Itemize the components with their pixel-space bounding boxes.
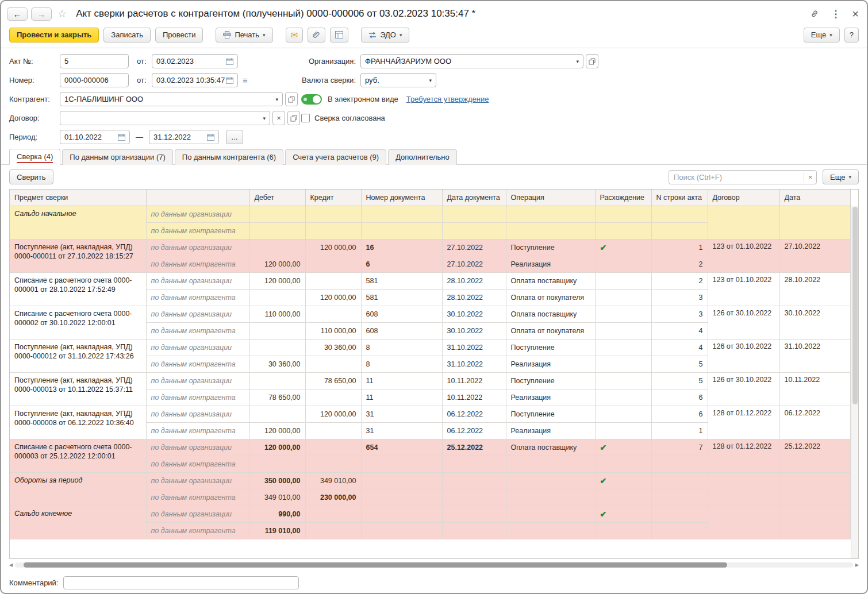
contract-cell[interactable] <box>708 206 779 239</box>
debit-cell[interactable] <box>249 222 305 239</box>
column-header-discrepancy[interactable]: Расхождение <box>595 190 651 206</box>
doc-no-cell[interactable] <box>361 472 442 489</box>
operation-cell[interactable]: Оплата поставщику <box>506 306 595 322</box>
check-cell[interactable] <box>595 389 651 406</box>
forward-button[interactable]: → <box>31 7 52 21</box>
contract-cell[interactable] <box>708 472 779 506</box>
subject-cell[interactable]: Обороты за период <box>10 472 146 506</box>
calendar-icon[interactable] <box>118 134 125 141</box>
debit-cell[interactable]: 120 000,00 <box>249 272 305 289</box>
debit-cell[interactable] <box>249 372 305 389</box>
credit-cell[interactable] <box>305 439 361 456</box>
line-no-cell[interactable]: 4 <box>651 339 708 356</box>
post-and-close-button[interactable]: Провести и закрыть <box>9 28 99 43</box>
line-no-cell[interactable]: 2 <box>651 256 708 272</box>
subject-cell[interactable]: Списание с расчетного счета 0000-000002 … <box>10 306 146 339</box>
operation-cell[interactable]: Реализация <box>506 389 595 406</box>
operation-cell[interactable] <box>506 472 595 489</box>
check-cell[interactable]: ✔ <box>595 439 651 456</box>
doc-no-cell[interactable]: 16 <box>361 239 442 256</box>
tab-org-data[interactable]: По данным организации (7) <box>62 149 173 165</box>
back-button[interactable]: ← <box>7 7 28 21</box>
contract-cell[interactable]: 123 от 01.10.2022 <box>708 272 779 306</box>
check-cell[interactable] <box>595 222 651 239</box>
subject-cell[interactable]: Поступление (акт, накладная, УПД) 0000-0… <box>10 339 146 372</box>
operation-cell[interactable]: Поступление <box>506 406 595 422</box>
contract-field[interactable]: ▾ <box>60 111 270 125</box>
doc-no-cell[interactable]: 31 <box>361 422 442 439</box>
operation-cell[interactable]: Оплата поставщику <box>506 439 595 456</box>
data-source-cell[interactable]: по данным организации <box>146 239 249 256</box>
data-source-cell[interactable]: по данным контрагента <box>146 456 249 472</box>
operation-cell[interactable]: Реализация <box>506 256 595 272</box>
search-clear-icon[interactable]: × <box>804 173 816 182</box>
column-header-contract[interactable]: Договор <box>708 190 779 206</box>
date-cell[interactable] <box>779 506 851 539</box>
doc-date-cell[interactable]: 31.10.2022 <box>442 356 506 372</box>
search-input[interactable] <box>669 173 804 182</box>
currency-field[interactable]: руб. ▾ <box>360 73 436 87</box>
number-field[interactable]: 0000-000006 <box>60 73 129 87</box>
check-cell[interactable] <box>595 522 651 539</box>
credit-cell[interactable]: 30 360,00 <box>305 339 361 356</box>
number-date-field[interactable]: 03.02.2023 10:35:47 <box>152 73 238 87</box>
check-cell[interactable] <box>595 272 651 289</box>
doc-no-cell[interactable]: 8 <box>361 356 442 372</box>
operation-cell[interactable]: Поступление <box>506 339 595 356</box>
debit-cell[interactable]: 350 000,00 <box>249 472 305 489</box>
date-cell[interactable]: 27.10.2022 <box>779 239 851 272</box>
doc-no-cell[interactable]: 581 <box>361 289 442 306</box>
contract-cell[interactable]: 126 от 30.10.2022 <box>708 306 779 339</box>
line-no-cell[interactable] <box>651 506 708 522</box>
operation-cell[interactable] <box>506 489 595 506</box>
subject-cell[interactable]: Поступление (акт, накладная, УПД) 0000-0… <box>10 239 146 272</box>
close-icon[interactable]: × <box>852 7 859 21</box>
date-cell[interactable] <box>779 206 851 239</box>
chevron-down-icon[interactable]: ▾ <box>275 97 278 102</box>
check-cell[interactable] <box>595 256 651 272</box>
debit-cell[interactable]: 30 360,00 <box>249 356 305 372</box>
line-no-cell[interactable]: 5 <box>651 356 708 372</box>
credit-cell[interactable]: 230 000,00 <box>305 489 361 506</box>
doc-no-cell[interactable]: 6 <box>361 256 442 272</box>
check-cell[interactable] <box>595 206 651 222</box>
data-source-cell[interactable]: по данным организации <box>146 439 249 456</box>
operation-cell[interactable]: Оплата от покупателя <box>506 322 595 339</box>
line-no-cell[interactable]: 5 <box>651 372 708 389</box>
debit-cell[interactable] <box>249 239 305 256</box>
check-cell[interactable] <box>595 356 651 372</box>
debit-cell[interactable]: 119 010,00 <box>249 522 305 539</box>
credit-cell[interactable] <box>305 306 361 322</box>
operation-cell[interactable]: Поступление <box>506 372 595 389</box>
debit-cell[interactable]: 120 000,00 <box>249 422 305 439</box>
debit-cell[interactable] <box>249 206 305 222</box>
debit-cell[interactable]: 990,00 <box>249 506 305 522</box>
calendar-icon[interactable] <box>207 134 214 141</box>
contract-cell[interactable]: 126 от 30.10.2022 <box>708 372 779 406</box>
operation-cell[interactable]: Оплата от покупателя <box>506 289 595 306</box>
check-cell[interactable] <box>595 372 651 389</box>
credit-cell[interactable]: 120 000,00 <box>305 406 361 422</box>
data-source-cell[interactable]: по данным организации <box>146 306 249 322</box>
contract-cell[interactable]: 123 от 01.10.2022 <box>708 239 779 272</box>
check-cell[interactable] <box>595 322 651 339</box>
counterparty-field[interactable]: 1С-ПАБЛИШИНГ ООО ▾ <box>60 92 283 106</box>
act-date-field[interactable]: 03.02.2023 <box>152 54 238 68</box>
check-cell[interactable]: ✔ <box>595 239 651 256</box>
counterparty-open-button[interactable] <box>285 92 298 106</box>
send-email-button[interactable]: ✉ <box>286 28 304 43</box>
line-no-cell[interactable] <box>651 222 708 239</box>
check-cell[interactable] <box>595 489 651 506</box>
doc-no-cell[interactable] <box>361 222 442 239</box>
doc-date-cell[interactable] <box>442 222 506 239</box>
table-row[interactable]: Поступление (акт, накладная, УПД) 0000-0… <box>10 372 851 389</box>
credit-cell[interactable] <box>305 206 361 222</box>
credit-cell[interactable] <box>305 272 361 289</box>
contract-open-button[interactable] <box>287 111 300 125</box>
check-cell[interactable] <box>595 306 651 322</box>
column-header-doc-number[interactable]: Номер документа <box>361 190 442 206</box>
date-cell[interactable]: 06.12.2022 <box>779 406 851 439</box>
credit-cell[interactable] <box>305 506 361 522</box>
date-cell[interactable]: 28.10.2022 <box>779 272 851 306</box>
print-button[interactable]: Печать ▾ <box>216 28 272 43</box>
